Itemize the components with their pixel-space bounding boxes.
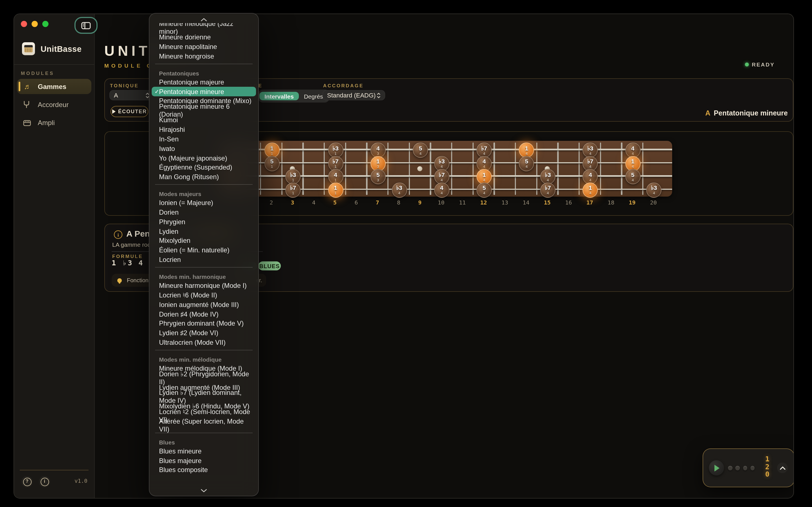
note-marker-root[interactable]: 11 bbox=[328, 182, 343, 198]
sidebar-toggle-button[interactable] bbox=[74, 17, 98, 34]
note-marker[interactable]: 41 bbox=[328, 169, 343, 184]
menu-item[interactable]: Lydien bbox=[149, 226, 258, 236]
note-marker[interactable]: 54 bbox=[413, 143, 428, 158]
info-circle-icon[interactable]: i bbox=[114, 230, 122, 239]
note-marker[interactable]: 44 bbox=[434, 182, 449, 198]
menu-item[interactable]: Blues composite bbox=[149, 465, 258, 475]
menu-item[interactable]: Kumoi bbox=[149, 115, 258, 125]
note-marker[interactable]: 44 bbox=[625, 143, 640, 158]
menu-item[interactable]: Mineure napolitaine bbox=[149, 42, 258, 52]
interval-label: 1 bbox=[483, 172, 486, 177]
menu-item[interactable]: Mineure harmonique (Mode I) bbox=[149, 281, 258, 290]
player-expand-button[interactable] bbox=[777, 462, 788, 473]
menu-item[interactable]: Dorien bbox=[149, 208, 258, 217]
sidebar-item-ampli[interactable]: Ampli bbox=[17, 115, 91, 130]
scroll-up-indicator[interactable] bbox=[149, 16, 258, 23]
note-marker[interactable]: 53 bbox=[370, 169, 386, 184]
note-marker[interactable]: 43 bbox=[370, 143, 386, 158]
note-marker-root[interactable]: 14 bbox=[625, 156, 640, 171]
menu-item[interactable]: Altérée (Super locrien, Mode VII) bbox=[149, 420, 258, 430]
note-marker[interactable]: 54 bbox=[476, 182, 492, 198]
note-marker-root[interactable]: 14 bbox=[583, 182, 598, 198]
menu-item[interactable]: Yo (Majeure japonaise) bbox=[149, 153, 258, 163]
menu-item[interactable]: Hirajoshi bbox=[149, 125, 258, 134]
interval-label: ♭7 bbox=[439, 172, 445, 177]
menu-item[interactable]: Lydien ♭7 (Lydien dominant, Mode IV) bbox=[149, 392, 258, 402]
accordage-select[interactable]: Standard (EADG) bbox=[322, 90, 385, 100]
note-marker[interactable]: 51 bbox=[264, 156, 280, 171]
menu-item[interactable]: Éolien (= Min. naturelle) bbox=[149, 245, 258, 255]
sidebar-item-gammes[interactable]: ♬ Gammes bbox=[17, 79, 91, 94]
note-marker[interactable]: ♭31 bbox=[286, 169, 301, 184]
about-button[interactable]: i bbox=[39, 476, 50, 487]
help-button[interactable]: ? bbox=[21, 476, 33, 487]
note-marker[interactable]: ♭74 bbox=[583, 156, 598, 171]
menu-item[interactable]: Mineure mélodique (Jazz minor) bbox=[149, 23, 258, 33]
minimize-button[interactable] bbox=[32, 21, 38, 27]
menu-item[interactable]: Man Gong (Ritusen) bbox=[149, 172, 258, 182]
menu-item[interactable]: Blues majeure bbox=[149, 456, 258, 465]
menu-item-label: Mineure napolitaine bbox=[159, 43, 217, 51]
note-marker[interactable]: ♭74 bbox=[540, 182, 555, 198]
note-marker-root[interactable]: 13 bbox=[370, 156, 386, 171]
note-marker[interactable]: 44 bbox=[583, 169, 598, 184]
menu-item[interactable]: ✓Pentatonique mineure bbox=[152, 87, 256, 96]
ecouter-button[interactable]: ÉCOUTER bbox=[110, 106, 148, 117]
tonique-value: A bbox=[114, 92, 118, 99]
note-marker-root[interactable]: 11 bbox=[264, 143, 280, 158]
menu-section-header: Modes majeurs bbox=[149, 190, 258, 198]
player-play-button[interactable] bbox=[709, 460, 724, 475]
note-marker[interactable]: 44 bbox=[476, 156, 492, 171]
note-marker[interactable]: ♭31 bbox=[328, 143, 343, 158]
menu-item[interactable]: Ionien (= Majeure) bbox=[149, 198, 258, 208]
position-label: 3 bbox=[377, 151, 379, 155]
note-marker-root[interactable]: 14 bbox=[476, 169, 492, 184]
menu-item[interactable]: Dorien ♯4 (Mode IV) bbox=[149, 309, 258, 319]
note-marker[interactable]: ♭74 bbox=[434, 169, 449, 184]
scroll-down-indicator[interactable] bbox=[149, 487, 258, 494]
note-marker[interactable]: ♭71 bbox=[328, 156, 343, 171]
note-marker[interactable]: ♭34 bbox=[540, 169, 555, 184]
sidebar-item-accordeur[interactable]: Accordeur bbox=[17, 97, 91, 112]
modules-section-label: MODULES bbox=[21, 70, 54, 76]
note-marker-root[interactable]: 14 bbox=[519, 143, 534, 158]
note-marker[interactable]: ♭34 bbox=[434, 156, 449, 171]
note-marker[interactable]: ♭34 bbox=[583, 143, 598, 158]
menu-item[interactable]: Blues mineure bbox=[149, 446, 258, 456]
note-marker[interactable]: 54 bbox=[625, 169, 640, 184]
note-marker[interactable]: ♭71 bbox=[286, 182, 301, 198]
sidebar: UnitBasse MODULES ♬ Gammes Accordeur bbox=[14, 14, 95, 498]
menu-item[interactable]: Locrien bbox=[149, 255, 258, 265]
sidebar-icon bbox=[81, 22, 91, 29]
toggle-intervalles[interactable]: Intervalles bbox=[259, 92, 299, 100]
fret-number: 2 bbox=[265, 200, 277, 206]
menu-item[interactable]: Pentatonique mineure 6 (Dorian) bbox=[149, 106, 258, 115]
menu-item[interactable]: Égyptienne (Suspended) bbox=[149, 163, 258, 172]
menu-item[interactable]: Mineure hongroise bbox=[149, 52, 258, 61]
menu-item[interactable]: Dorien ♭2 (Phrygidorien, Mode II) bbox=[149, 373, 258, 383]
menu-item[interactable]: Mixolydien bbox=[149, 236, 258, 245]
menu-item[interactable]: Mineure dorienne bbox=[149, 33, 258, 42]
menu-item-label: Égyptienne (Suspended) bbox=[159, 164, 232, 172]
menu-item[interactable]: Ionien augmenté (Mode III) bbox=[149, 300, 258, 309]
menu-item[interactable]: Phrygien dominant (Mode V) bbox=[149, 319, 258, 328]
menu-item[interactable]: Phrygien bbox=[149, 217, 258, 227]
tonique-select[interactable]: A bbox=[109, 90, 154, 100]
fret-number: 12 bbox=[477, 200, 490, 206]
interval-label: ♭7 bbox=[587, 158, 594, 164]
note-marker[interactable]: ♭74 bbox=[476, 143, 492, 158]
note-marker[interactable]: ♭34 bbox=[392, 182, 407, 198]
note-marker[interactable]: ♭34 bbox=[647, 182, 662, 198]
menu-item[interactable]: In-Sen bbox=[149, 134, 258, 144]
menu-item[interactable]: Iwato bbox=[149, 144, 258, 154]
note-marker[interactable]: 54 bbox=[519, 156, 534, 171]
scale-dropdown-menu: Mineure mélodique (Jazz minor)Mineure do… bbox=[149, 13, 259, 496]
fretboard[interactable]: ♭741511♭314354♭7414♭344451♭7113♭344454♭7… bbox=[218, 141, 672, 196]
menu-item[interactable]: Lydien ♯2 (Mode VI) bbox=[149, 328, 258, 338]
menu-item[interactable]: Ultralocrien (Mode VII) bbox=[149, 338, 258, 347]
menu-item[interactable]: Locrien ♮6 (Mode II) bbox=[149, 290, 258, 300]
menu-item[interactable]: Pentatonique majeure bbox=[149, 77, 258, 87]
zoom-button[interactable] bbox=[42, 21, 49, 27]
traffic-lights bbox=[21, 21, 49, 27]
close-button[interactable] bbox=[21, 21, 27, 27]
